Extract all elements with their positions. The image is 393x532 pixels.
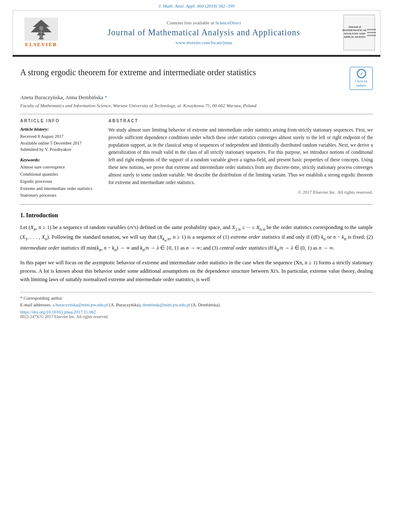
journal-reference: J. Math. Anal. Appl. 460 (2018) 382–399 xyxy=(0,0,393,10)
check-updates-icon: ✓ xyxy=(357,69,366,78)
intro-section-title: 1. Introduction xyxy=(20,212,373,219)
journal-url[interactable]: www.elsevier.com/locate/jmaa xyxy=(69,40,339,45)
keyword-2: Conditional quantiles xyxy=(20,171,100,178)
article-title-section: A strong ergodic theorem for extreme and… xyxy=(20,67,373,90)
header-divider xyxy=(20,114,373,114)
svg-point-3 xyxy=(39,26,43,30)
available-date: Available online 5 December 2017 xyxy=(20,140,100,147)
keyword-5: Stationary processes xyxy=(20,192,100,199)
article-info-column: ARTICLE INFO Article history: Received 8… xyxy=(20,119,100,199)
journal-cover-thumbnail: Journal ofMATHEMATICALANALYSIS ANDAPPLIC… xyxy=(343,15,375,50)
affiliation: Faculty of Mathematics and Information S… xyxy=(20,103,373,109)
email-addresses: E-mail addresses: a.buraczyńska@mini.pw.… xyxy=(20,302,373,308)
issn-line: 0022-247X/© 2017 Elsevier Inc. All right… xyxy=(20,314,373,319)
received-date: Received 8 August 2017 xyxy=(20,133,100,140)
sciencedirect-line: Contents lists available at ScienceDirec… xyxy=(69,20,339,25)
corresponding-author-note: * Corresponding author. xyxy=(20,295,373,302)
black-divider-bar xyxy=(13,55,380,57)
section-divider xyxy=(20,204,373,205)
check-updates-label: Check for updates xyxy=(355,79,368,87)
info-abstract-section: ARTICLE INFO Article history: Received 8… xyxy=(20,119,373,199)
keyword-1: Almost sure convergence xyxy=(20,164,100,171)
abstract-column: ABSTRACT We study almost sure limiting b… xyxy=(108,119,373,199)
elsevier-wordmark: ELSEVIER xyxy=(25,42,58,48)
corresponding-author-marker: * xyxy=(105,94,108,100)
elsevier-logo: ELSEVIER xyxy=(18,18,64,48)
copyright: © 2017 Elsevier Inc. All rights reserved… xyxy=(108,190,373,195)
history-label: Article history: xyxy=(20,126,100,132)
elsevier-tree-icon xyxy=(24,18,58,41)
keyword-3: Ergodic processes xyxy=(20,178,100,185)
authors: Aneta Buraczyńska, Anna Dembińska * xyxy=(20,94,373,101)
journal-title: Journal of Mathematical Analysis and App… xyxy=(69,28,339,37)
keyword-4: Extreme and intermediate order statistic… xyxy=(20,185,100,192)
keywords-label: Keywords: xyxy=(20,157,100,162)
intro-paragraph-2: In this paper we will focus on the asymp… xyxy=(20,258,373,284)
doi-link[interactable]: https://doi.org/10.1016/j.jmaa.2017.11.0… xyxy=(20,310,373,314)
submitted-by: Submitted by V. Pozdnyakov xyxy=(20,146,100,153)
footnote-area: * Corresponding author. E-mail addresses… xyxy=(20,292,373,319)
intro-paragraph-1: Let (Xn, n ≥ 1) be a sequence of random … xyxy=(20,223,373,253)
journal-header: ELSEVIER Contents lists available at Sci… xyxy=(13,10,380,55)
sciencedirect-link[interactable]: ScienceDirect xyxy=(215,20,241,25)
article-info-header: ARTICLE INFO xyxy=(20,119,100,123)
email-link-2[interactable]: dembinsk@mini.pw.edu.pl xyxy=(142,303,190,307)
check-updates-badge[interactable]: ✓ Check for updates xyxy=(350,67,373,90)
article-title: A strong ergodic theorem for extreme and… xyxy=(20,67,346,78)
journal-header-center: Contents lists available at ScienceDirec… xyxy=(69,20,339,45)
abstract-header: ABSTRACT xyxy=(108,119,373,123)
abstract-text: We study almost sure limiting behavior o… xyxy=(108,126,373,187)
email-link-1[interactable]: a.buraczyńska@mini.pw.edu.pl xyxy=(53,303,108,307)
